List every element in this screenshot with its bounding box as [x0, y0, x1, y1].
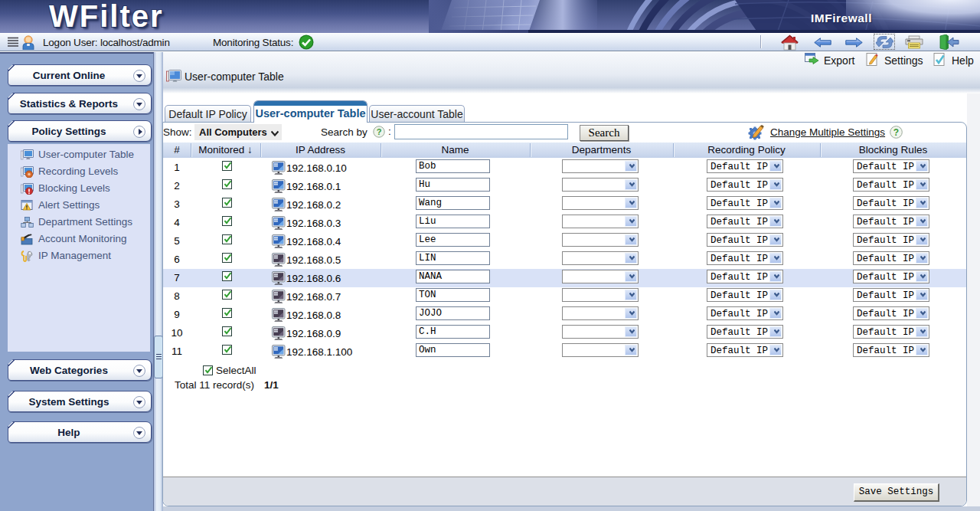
svg-text:?: ? — [377, 127, 382, 136]
svg-text:?: ? — [893, 127, 899, 138]
